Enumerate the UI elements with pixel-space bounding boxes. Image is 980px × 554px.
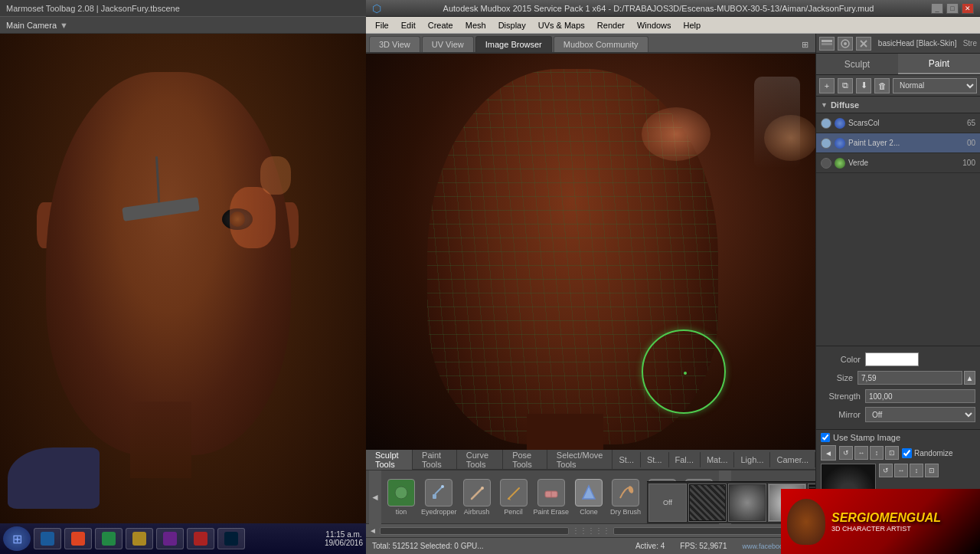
tool-clone[interactable]: Clone	[572, 479, 606, 516]
tab-curve-tools[interactable]: Curve Tools	[457, 447, 503, 472]
strip-item-1[interactable]	[688, 484, 727, 522]
svg-rect-17	[822, 46, 832, 48]
menu-render[interactable]: Render	[591, 19, 631, 31]
tl-left-arrow[interactable]: ◄	[369, 526, 377, 535]
brand-name: SERGIOMENGUAL	[831, 510, 941, 525]
stamp-mirror-btn[interactable]: ↕	[910, 464, 923, 477]
tab-ligh[interactable]: Ligh...	[734, 452, 770, 467]
status-bar: Total: 512512 Selected: 0 GPU... Active:…	[366, 537, 815, 554]
layer-visibility-scars[interactable]	[821, 118, 831, 129]
tab-mudbox-community[interactable]: Mudbox Community	[554, 36, 648, 52]
maximize-button[interactable]: □	[946, 3, 959, 14]
taskbar-files[interactable]	[126, 528, 153, 549]
folder-icon	[132, 532, 146, 546]
taskbar-app1[interactable]	[156, 528, 184, 549]
stamp-reset-btn[interactable]: ↺	[879, 464, 893, 477]
taskbar-clock: 11:15 a.m. 19/06/2016	[325, 530, 363, 547]
brand-logo: SERGIOMENGUAL 3D CHARACTER ARTIST	[781, 489, 980, 554]
tl-track-right[interactable]	[613, 527, 802, 535]
menu-create[interactable]: Create	[422, 19, 459, 31]
size-input[interactable]	[858, 371, 962, 385]
taskbar-app2[interactable]	[187, 528, 214, 549]
tab-fal[interactable]: Fal...	[669, 452, 701, 467]
strength-input[interactable]	[865, 389, 975, 403]
menu-uvs-maps[interactable]: UVs & Maps	[532, 19, 591, 31]
taskbar-media[interactable]	[95, 528, 122, 549]
expand-view-button[interactable]: ⊞	[797, 37, 812, 52]
tab-select-move-tools[interactable]: Select/Move Tools	[547, 447, 613, 472]
rs-merge-layer-btn[interactable]: ⬇	[856, 78, 871, 93]
start-button[interactable]: ⊞	[3, 526, 31, 551]
right-sidebar: basicHead [Black-Skin] Stre Sculpt Paint…	[815, 34, 980, 554]
taskbar-ps[interactable]	[217, 528, 245, 549]
camera-dropdown-icon[interactable]: ▼	[60, 21, 68, 30]
blend-mode-select[interactable]: Normal	[893, 78, 977, 93]
close-button[interactable]: ✕	[962, 3, 974, 14]
color-swatch[interactable]	[865, 352, 919, 366]
stamp-pin-btn[interactable]: ⊡	[925, 464, 939, 477]
tab-st1[interactable]: St...	[612, 452, 641, 467]
size-row: Size ▲	[821, 369, 975, 386]
tab-camer[interactable]: Camer...	[770, 452, 815, 467]
use-stamp-checkbox[interactable]	[821, 433, 830, 442]
stamp-controls-row: ◄ ↺ ↔ ↕ ⊡ Randomize	[821, 445, 975, 461]
menu-display[interactable]: Display	[492, 19, 532, 31]
stamp-btn-row-1: ↺ ↔ ↕ ⊡	[879, 464, 939, 477]
size-increment-btn[interactable]: ▲	[964, 371, 975, 385]
view-tabs: 3D View UV View Image Browser Mudbox Com…	[366, 34, 815, 54]
rs-icon-paint[interactable]	[838, 37, 853, 51]
menu-help[interactable]: Help	[678, 19, 707, 31]
tab-uv-view[interactable]: UV View	[422, 36, 474, 52]
tool-dry-brush[interactable]: Dry Brush	[609, 479, 642, 516]
layer-visibility-verde[interactable]	[821, 158, 831, 169]
menu-mesh[interactable]: Mesh	[459, 19, 492, 31]
brand-text: SERGIOMENGUAL 3D CHARACTER ARTIST	[831, 510, 941, 533]
stamp-rotate-btn[interactable]: ↺	[839, 446, 853, 460]
scroll-left-arrow[interactable]: ◄	[369, 470, 381, 524]
taskbar-ie[interactable]	[34, 528, 61, 549]
stamp-prev-btn[interactable]: ◄	[821, 445, 836, 461]
minimize-button[interactable]: _	[931, 3, 943, 14]
svg-line-2	[435, 487, 442, 494]
mirror-select[interactable]: Off	[865, 407, 975, 422]
stamp-flip-v-btn[interactable]: ↕	[870, 446, 884, 460]
rs-delete-layer-btn[interactable]: 🗑	[874, 78, 890, 93]
rs-icon-layers[interactable]	[819, 37, 835, 51]
tab-pose-tools[interactable]: Pose Tools	[503, 447, 547, 472]
taskbar-chrome[interactable]	[64, 528, 92, 549]
randomize-checkbox[interactable]	[902, 448, 912, 458]
tool-pencil[interactable]: Pencil	[497, 479, 531, 516]
tab-3d-view[interactable]: 3D View	[369, 36, 420, 52]
tab-image-browser[interactable]: Image Browser	[475, 36, 552, 52]
layer-row-scars[interactable]: ScarsCol 65	[816, 113, 980, 133]
rs-add-layer-btn[interactable]: +	[819, 78, 835, 93]
rs-duplicate-layer-btn[interactable]: ⧉	[838, 78, 853, 93]
menu-windows[interactable]: Windows	[631, 19, 678, 31]
layer-row-verde[interactable]: Verde 100	[816, 153, 980, 173]
menu-file[interactable]: File	[369, 19, 395, 31]
tool-action[interactable]: tion	[384, 479, 418, 516]
tool-paint-erase[interactable]: Paint Erase	[534, 479, 570, 516]
rs-icon-delete[interactable]	[856, 37, 871, 51]
strip-item-2[interactable]	[728, 484, 766, 522]
sculpt-tab[interactable]: Sculpt	[816, 54, 898, 74]
stamp-flip-h-btn[interactable]: ↔	[854, 446, 868, 460]
strip-thumb-1	[690, 485, 725, 520]
layer-row-paint2[interactable]: Paint Layer 2... 00	[816, 133, 980, 153]
tab-paint-tools[interactable]: Paint Tools	[413, 447, 457, 472]
strip-item-off[interactable]: Off	[648, 484, 687, 522]
stamp-link-btn[interactable]: ↔	[894, 464, 908, 477]
svg-rect-1	[433, 494, 436, 499]
stamp-expand-btn[interactable]: ⊡	[885, 446, 899, 460]
paint-tab[interactable]: Paint	[898, 54, 980, 74]
layer-name-verde: Verde	[848, 159, 951, 167]
tab-st2[interactable]: St...	[641, 452, 669, 467]
tab-mat[interactable]: Mat...	[701, 452, 735, 467]
3d-viewport[interactable]	[366, 54, 815, 450]
tool-airbrush[interactable]: Airbrush	[460, 479, 494, 516]
tool-eyedropper[interactable]: Eyedropper	[421, 479, 457, 516]
menu-edit[interactable]: Edit	[395, 19, 422, 31]
layer-visibility-paint2[interactable]	[821, 138, 831, 149]
tl-track-left[interactable]	[380, 527, 569, 535]
tab-sculpt-tools[interactable]: Sculpt Tools	[366, 447, 413, 472]
